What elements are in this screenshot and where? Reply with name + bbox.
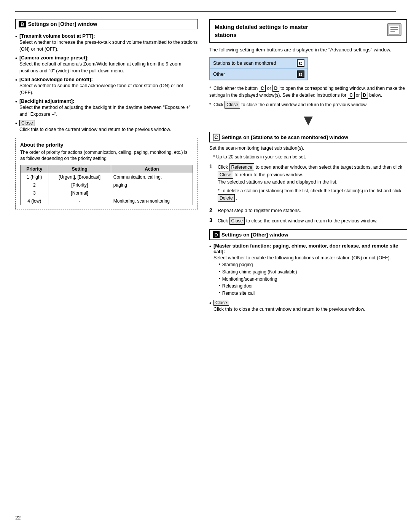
section-c-intro: Set the scan-monitoring target sub stati…	[209, 145, 407, 152]
close-text-d: Click this to close the current window a…	[213, 306, 365, 313]
section-c-sub-note: * Up to 20 sub stations in your site can…	[213, 153, 407, 160]
sub-text-4: Releasing door	[222, 283, 253, 289]
right-column: Making detailed settings to master stati…	[209, 19, 407, 315]
cell-setting-4: -	[48, 197, 111, 205]
cell-priority-1: 1 (high)	[21, 173, 48, 181]
bullet-content-3: [Call acknowledge tone on/off]: Select w…	[19, 77, 198, 96]
delete-button[interactable]: Delete	[218, 194, 235, 202]
bullet-content-d1: [Master station function: paging, chime,…	[213, 243, 407, 297]
step-2-content: Repeat step 1 to register more stations.	[218, 207, 301, 214]
close-section: • Close Click this to close the current …	[15, 120, 198, 133]
reference-button[interactable]: Reference	[229, 163, 254, 171]
left-column: BSettings on [Other] window • [Transmit …	[15, 19, 198, 315]
sub-text-1: Starting paging	[222, 262, 253, 268]
bullet-dot-1: •	[15, 33, 17, 41]
section-c-header: CSettings on [Stations to be scan monito…	[209, 132, 407, 142]
page-layout: BSettings on [Other] window • [Transmit …	[15, 19, 396, 315]
c-badge-inline-1: C	[259, 85, 266, 92]
table-row: 3 [Normal]	[21, 189, 193, 197]
note-2: * Click Close to close the current windo…	[209, 101, 407, 109]
window-row-c-text: Stations to be scan monitored	[213, 61, 295, 66]
cell-action-3	[111, 189, 193, 197]
bullet-label-3: [Call acknowledge tone on/off]:	[19, 77, 93, 82]
top-rule	[15, 11, 396, 12]
arrow-down-icon: ▼	[209, 112, 407, 129]
cell-action-4: Monitoring, scan-monitoring	[111, 197, 193, 205]
col-setting: Setting	[48, 165, 111, 173]
sub-bullet-1: • Starting paging	[219, 262, 407, 268]
step-num-1: 1	[209, 163, 215, 204]
master-title-line2: stations	[215, 32, 237, 38]
master-header: Making detailed settings to master stati…	[209, 19, 407, 43]
table-row: 2 [Priority] paging	[21, 181, 193, 189]
sub-bullet-2: • Starting chime paging (Not available)	[219, 269, 407, 275]
section-c-title: Settings on [Stations to be scan monitor…	[221, 134, 348, 140]
section-d-header: DSettings on [Other] window	[209, 229, 407, 240]
col-action: Action	[111, 165, 193, 173]
step-3: 3 Click Close to close the current windo…	[209, 217, 407, 225]
star-icon-2: *	[209, 102, 211, 107]
star-icon-3: *	[213, 154, 216, 160]
step-1-content: Click Reference to open another window, …	[218, 163, 407, 204]
cell-priority-2: 2	[21, 181, 48, 189]
bullet-call-ack: • [Call acknowledge tone on/off]: Select…	[15, 77, 198, 96]
section-d-title: Settings on [Other] window	[221, 232, 288, 238]
close-btn-step1[interactable]: Close	[218, 171, 233, 179]
sub-bullet-5: • Remote site call	[219, 290, 407, 297]
close-section-d: • Close Click this to close the current …	[209, 300, 407, 313]
step-num-3: 3	[209, 217, 215, 225]
col-priority: Priority	[21, 165, 48, 173]
page-number: 22	[15, 515, 21, 521]
d-badge-header: D	[213, 231, 220, 238]
bullet-dot-3: •	[15, 77, 17, 84]
cell-action-1: Communication, calling,	[111, 173, 193, 181]
sub-dot-3: •	[219, 276, 220, 281]
step-3-content: Click Close to close the current window …	[218, 217, 378, 225]
sub-text-2: Starting chime paging (Not available)	[222, 269, 297, 275]
section-b-title: Settings on [Other] window	[28, 21, 97, 27]
close-text-b: Click this to close the current window a…	[19, 126, 171, 133]
cell-setting-1: [Urgent], [Broadcast]	[48, 173, 111, 181]
bullet-text-4: Select the method of adjusting the backl…	[19, 104, 198, 118]
master-header-text: Making detailed settings to master stati…	[215, 23, 308, 39]
d-badge-window: D	[297, 70, 304, 78]
c-badge-inline-2: C	[348, 92, 355, 99]
sub-text-5: Remote site call	[222, 290, 255, 297]
d-badge-inline-2: D	[361, 92, 368, 99]
cell-priority-4: 4 (low)	[21, 197, 48, 205]
cell-setting-3: [Normal]	[48, 189, 111, 197]
bullet-text-3: Select whether to sound the call acknowl…	[19, 83, 198, 96]
bullet-backlight: • [Backlight adjustment]: Select the met…	[15, 98, 198, 118]
document-icon	[387, 23, 402, 37]
close-button-d[interactable]: Close	[213, 300, 229, 306]
bullet-dot-close: •	[15, 120, 17, 128]
bullet-dot-d-close: •	[209, 300, 211, 307]
cell-setting-2: [Priority]	[48, 181, 111, 189]
sub-bullet-3: • Monitoring/scan-monitoring	[219, 276, 407, 283]
step-num-2: 2	[209, 207, 215, 214]
close-btn-note[interactable]: Close	[225, 101, 240, 109]
bullet-dot-d1: •	[209, 243, 211, 251]
bullet-text-2: Select the default of camera's Zoom/Wide…	[19, 61, 198, 74]
bullet-content-1: [Transmit volume boost at PTT]: Select w…	[19, 33, 198, 53]
priority-table: Priority Setting Action 1 (high) [Urgent…	[20, 165, 193, 205]
close-btn-step3[interactable]: Close	[229, 217, 245, 225]
bullet-content-d-close: Close Click this to close the current wi…	[213, 300, 365, 313]
bullet-label-4: [Backlight adjustment]:	[19, 98, 74, 104]
close-button-b[interactable]: Close	[19, 120, 35, 126]
d-badge-inline-1: D	[272, 85, 279, 92]
table-row: 4 (low) - Monitoring, scan-monitoring	[21, 197, 193, 205]
sub-text-3: Monitoring/scan-monitoring	[222, 276, 277, 283]
c-badge-header: C	[213, 134, 220, 141]
bullet-transmit: • [Transmit volume boost at PTT]: Select…	[15, 33, 198, 53]
master-title-line1: Making detailed settings to master	[215, 24, 308, 30]
section-b-header: BSettings on [Other] window	[15, 19, 198, 29]
bullet-text-1: Select whether to increase the press-to-…	[19, 39, 198, 53]
step-2: 2 Repeat step 1 to register more station…	[209, 207, 407, 214]
note-1: * Click either the button C or D to open…	[209, 85, 407, 99]
step-1-sub-note: * To delete a station (or stations) from…	[218, 187, 407, 202]
sub-dot-5: •	[219, 290, 220, 295]
table-row: 1 (high) [Urgent], [Broadcast] Communica…	[21, 173, 193, 181]
window-row-c: Stations to be scan monitored C	[210, 58, 307, 69]
step-1: 1 Click Reference to open another window…	[209, 163, 407, 204]
